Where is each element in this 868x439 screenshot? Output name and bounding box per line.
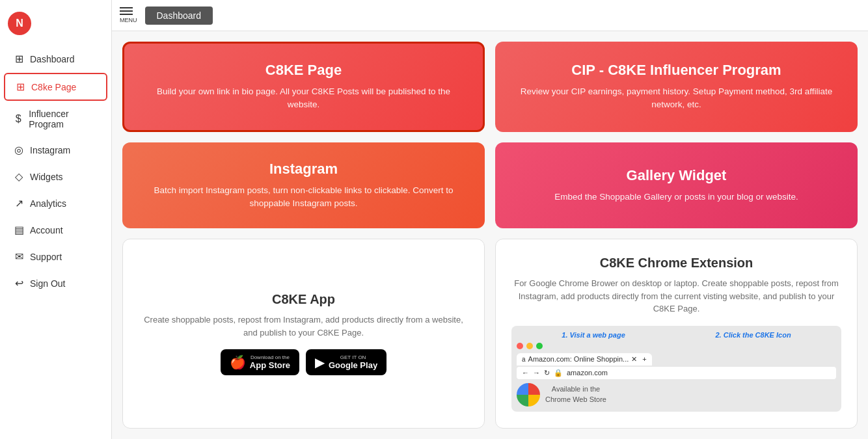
analytics-icon: ↗ bbox=[13, 197, 25, 209]
sidebar-item-support[interactable]: ✉ Support bbox=[4, 244, 107, 269]
c8ke-page-card[interactable]: C8KE Page Build your own link in bio pag… bbox=[122, 42, 485, 132]
googleplay-button[interactable]: ▶ GET IT ON Google Play bbox=[306, 349, 387, 375]
chrome-logo bbox=[517, 383, 540, 406]
apple-icon: 🍎 bbox=[230, 354, 246, 370]
amazon-favicon: a bbox=[522, 356, 526, 363]
sidebar-item-label: Account bbox=[30, 225, 63, 235]
chrome-annotation: 1. Visit a web page 2. Click the C8KE Ic… bbox=[517, 331, 836, 339]
instagram-card[interactable]: Instagram Batch import Instagram posts, … bbox=[122, 142, 485, 229]
influencer-icon: $ bbox=[13, 113, 23, 125]
sidebar-item-dashboard[interactable]: ⊞ Dashboard bbox=[4, 46, 107, 72]
sidebar-item-c8ke-page[interactable]: ⊞ C8ke Page bbox=[4, 73, 107, 101]
sidebar-item-label: Instagram bbox=[30, 145, 70, 155]
chrome-annotation2: 2. Click the C8KE Icon bbox=[715, 331, 791, 339]
url-text: amazon.com bbox=[567, 369, 608, 377]
instagram-title: Instagram bbox=[269, 161, 338, 178]
sidebar-item-influencer-program[interactable]: $ Influencer Program bbox=[4, 102, 107, 136]
sidebar-item-label: Influencer Program bbox=[29, 109, 98, 129]
support-icon: ✉ bbox=[13, 250, 25, 263]
appstore-sub: Download on the bbox=[250, 354, 290, 360]
app-buttons: 🍎 Download on the App Store ▶ GET IT ON … bbox=[221, 349, 387, 375]
googleplay-name: Google Play bbox=[329, 360, 377, 370]
tab-close-icon: ✕ bbox=[631, 355, 637, 364]
dot-green bbox=[536, 343, 543, 349]
dot-red bbox=[517, 343, 523, 349]
gallery-title: Gallery Widget bbox=[627, 167, 727, 184]
gallery-card[interactable]: Gallery Widget Embed the Shoppable Galle… bbox=[495, 142, 858, 229]
chrome-address-bar: ← → ↻ 🔒 amazon.com bbox=[517, 367, 836, 379]
app-card[interactable]: C8KE App Create shoppable posts, repost … bbox=[122, 239, 485, 429]
chrome-store-text: Available in the Chrome Web Store bbox=[545, 384, 606, 405]
cip-desc: Review your CIP earnings, payment histor… bbox=[511, 85, 842, 112]
sidebar: N ⊞ Dashboard ⊞ C8ke Page $ Influencer P… bbox=[0, 0, 112, 439]
sidebar-item-label: Dashboard bbox=[30, 54, 75, 64]
tab-add-icon: + bbox=[642, 355, 646, 363]
dashboard-tab[interactable]: Dashboard bbox=[145, 7, 213, 25]
dot-yellow bbox=[526, 343, 533, 349]
chrome-desc: For Google Chrome Brower on desktop or l… bbox=[511, 277, 841, 315]
c8ke-page-desc: Build your own link in bio page. All you… bbox=[140, 85, 467, 112]
dashboard-icon: ⊞ bbox=[13, 53, 25, 65]
c8ke-page-title: C8KE Page bbox=[265, 62, 342, 79]
sidebar-item-analytics[interactable]: ↗ Analytics bbox=[4, 191, 107, 216]
sidebar-item-label: Support bbox=[30, 252, 62, 262]
lock-icon: 🔒 bbox=[554, 369, 563, 377]
sidebar-item-label: Analytics bbox=[30, 198, 66, 209]
appstore-button[interactable]: 🍎 Download on the App Store bbox=[221, 349, 299, 375]
chrome-store-line2: Chrome Web Store bbox=[545, 395, 606, 405]
gallery-desc: Embed the Shoppable Gallery or posts in … bbox=[554, 191, 798, 204]
app-desc: Create shoppable posts, repost from Inst… bbox=[139, 313, 468, 339]
chrome-preview: 1. Visit a web page 2. Click the C8KE Ic… bbox=[511, 326, 841, 412]
app-title: C8KE App bbox=[272, 292, 335, 307]
googleplay-sub: GET IT ON bbox=[329, 354, 377, 360]
instagram-icon: ◎ bbox=[13, 144, 25, 156]
sidebar-item-label: C8ke Page bbox=[31, 82, 76, 92]
sign-out-icon: ↩ bbox=[13, 277, 25, 289]
menu-button[interactable]: MENU bbox=[120, 7, 137, 23]
chrome-store: Available in the Chrome Web Store bbox=[517, 383, 836, 406]
sidebar-item-label: Widgets bbox=[30, 172, 63, 182]
back-icon: ← bbox=[522, 369, 529, 377]
cip-title: CIP - C8KE Influencer Program bbox=[571, 62, 781, 79]
chrome-card[interactable]: C8KE Chrome Extension For Google Chrome … bbox=[495, 239, 858, 429]
sidebar-item-account[interactable]: ▤ Account bbox=[4, 217, 107, 243]
appstore-name: App Store bbox=[250, 360, 290, 370]
forward-icon: → bbox=[533, 369, 540, 377]
sidebar-item-sign-out[interactable]: ↩ Sign Out bbox=[4, 271, 107, 296]
main-content: C8KE Page Build your own link in bio pag… bbox=[112, 31, 868, 439]
widgets-icon: ◇ bbox=[13, 170, 25, 183]
chrome-title: C8KE Chrome Extension bbox=[600, 256, 753, 271]
chrome-store-line1: Available in the bbox=[545, 384, 606, 394]
sidebar-item-widgets[interactable]: ◇ Widgets bbox=[4, 164, 107, 189]
refresh-icon: ↻ bbox=[544, 369, 550, 377]
chrome-tab: a Amazon.com: Online Shoppin... ✕ + bbox=[517, 353, 652, 366]
chrome-dots bbox=[517, 343, 836, 349]
account-icon: ▤ bbox=[13, 224, 25, 236]
googleplay-icon: ▶ bbox=[315, 354, 325, 370]
topbar: MENU Dashboard bbox=[112, 0, 868, 31]
c8ke-page-icon: ⊞ bbox=[14, 81, 26, 93]
sidebar-item-label: Sign Out bbox=[30, 278, 65, 289]
instagram-desc: Batch import Instagram posts, turn non-c… bbox=[138, 184, 469, 211]
chrome-annotation1: 1. Visit a web page bbox=[562, 331, 625, 339]
sidebar-item-instagram[interactable]: ◎ Instagram bbox=[4, 137, 107, 163]
chrome-tab-title: Amazon.com: Online Shoppin... bbox=[528, 355, 629, 363]
avatar: N bbox=[8, 12, 31, 35]
cip-card[interactable]: CIP - C8KE Influencer Program Review you… bbox=[495, 42, 858, 132]
